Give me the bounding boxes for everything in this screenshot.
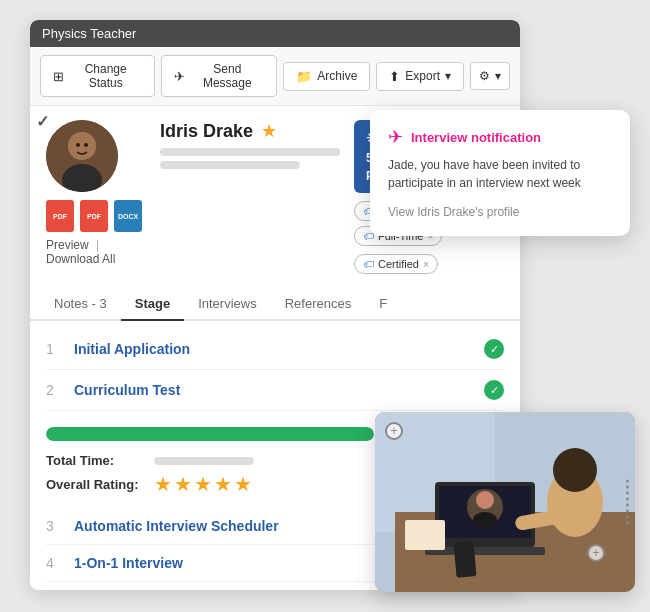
profile-lines [160,148,340,169]
export-chevron: ▾ [445,69,451,83]
profile-name: Idris Drake [160,121,253,142]
send-message-icon: ✈ [174,69,185,84]
tab-references-label: References [285,296,351,311]
gear-chevron: ▾ [495,69,501,83]
line-2 [160,161,300,169]
archive-button[interactable]: 📁 Archive [283,62,370,91]
doc-docx: DOCX [114,200,142,232]
star-3: ★ [194,472,212,496]
export-button[interactable]: ⬆ Export ▾ [376,62,464,91]
divider: | [96,238,99,252]
notification-plane-icon: ✈ [388,126,403,148]
notification-body: Jade, you have have been invited to part… [388,156,612,192]
dot-3 [626,492,629,495]
star-2: ★ [174,472,192,496]
download-all-link[interactable]: Download All [46,252,115,266]
notification-title: Interview notification [411,130,541,145]
doc-pdf-1: PDF [46,200,74,232]
progress-bar-fill [46,427,374,441]
doc-links: Preview | Download All [46,238,146,266]
send-message-button[interactable]: ✈ Send Message [161,55,277,97]
stars-row: ★ ★ ★ ★ ★ [154,472,252,496]
tab-more-label: F [379,296,387,311]
vertical-dots [626,480,629,525]
gear-button[interactable]: ⚙ ▾ [470,62,510,90]
stage-num-3: 3 [46,518,62,534]
stage-item-2: 2 Curriculum Test ✓ [46,370,504,411]
stage-title-1: Initial Application [74,341,472,357]
send-message-label: Send Message [190,62,264,90]
checkmark-icon: ✓ [36,112,49,131]
dot-5 [626,504,629,507]
doc-pdf-2: PDF [80,200,108,232]
favorite-star-icon[interactable]: ★ [261,120,277,142]
tabs-bar: Notes - 3 Stage Interviews References F [30,288,520,321]
total-time-label: Total Time: [46,453,146,468]
change-status-icon: ⊞ [53,69,64,84]
dot-7 [626,516,629,519]
stage-list: 1 Initial Application ✓ 2 Curriculum Tes… [30,321,520,419]
svg-point-5 [84,143,88,147]
stage-item-1: 1 Initial Application ✓ [46,329,504,370]
star-4: ★ [214,472,232,496]
tab-references[interactable]: References [271,288,365,321]
stage-title-2: Curriculum Test [74,382,472,398]
export-label: Export [405,69,440,83]
svg-point-12 [476,491,494,509]
star-5: ★ [234,472,252,496]
svg-point-16 [553,448,597,492]
svg-point-4 [76,143,80,147]
svg-rect-18 [405,520,445,550]
dot-6 [626,510,629,513]
line-1 [160,148,340,156]
change-status-label: Change Status [69,62,142,90]
stage-num-2: 2 [46,382,62,398]
tab-stage[interactable]: Stage [121,288,184,321]
window-title: Physics Teacher [42,26,136,41]
preview-link[interactable]: Preview [46,238,89,252]
tab-stage-label: Stage [135,296,170,311]
overall-rating-label: Overall Rating: [46,477,146,492]
tab-interviews-label: Interviews [198,296,257,311]
gear-icon: ⚙ [479,69,490,83]
total-time-bar [154,457,254,465]
stage-num-4: 4 [46,555,62,571]
tab-more[interactable]: F [365,288,401,321]
notification-profile-link[interactable]: View Idris Drake's profile [388,205,519,219]
stage-check-1: ✓ [484,339,504,359]
tag-certified-label: Certified [378,258,419,270]
dot-8 [626,522,629,525]
tab-interviews[interactable]: Interviews [184,288,271,321]
photo-plus-right[interactable]: + [587,544,605,562]
svg-point-2 [68,132,96,160]
tags-row-2: 🏷 Certified × [354,254,504,274]
tag-certified: 🏷 Certified × [354,254,438,274]
tag-certified-remove[interactable]: × [423,259,429,270]
tab-notes[interactable]: Notes - 3 [40,288,121,321]
dot-1 [626,480,629,483]
profile-name-row: Idris Drake ★ [160,120,340,142]
title-bar: Physics Teacher [30,20,520,47]
photo-card: + + [375,412,635,592]
svg-point-13 [473,512,497,528]
tag-certified-icon: 🏷 [363,258,374,270]
notification-header: ✈ Interview notification [388,126,612,148]
doc-icons: PDF PDF DOCX [46,200,146,232]
dot-2 [626,486,629,489]
archive-icon: 📁 [296,69,312,84]
export-icon: ⬆ [389,69,400,84]
photo-plus-left[interactable]: + [385,422,403,440]
progress-bar-wrap [46,427,374,441]
toolbar: ⊞ Change Status ✈ Send Message 📁 Archive… [30,47,520,106]
svg-rect-19 [454,541,477,578]
stage-check-2: ✓ [484,380,504,400]
stage-num-1: 1 [46,341,62,357]
change-status-button[interactable]: ⊞ Change Status [40,55,155,97]
star-1: ★ [154,472,172,496]
profile-info: Idris Drake ★ [160,120,340,177]
avatar-wrap: ✓ [46,120,118,192]
tab-notes-label: Notes - 3 [54,296,107,311]
avatar [46,120,118,192]
archive-label: Archive [317,69,357,83]
profile-left: ✓ [46,120,146,266]
